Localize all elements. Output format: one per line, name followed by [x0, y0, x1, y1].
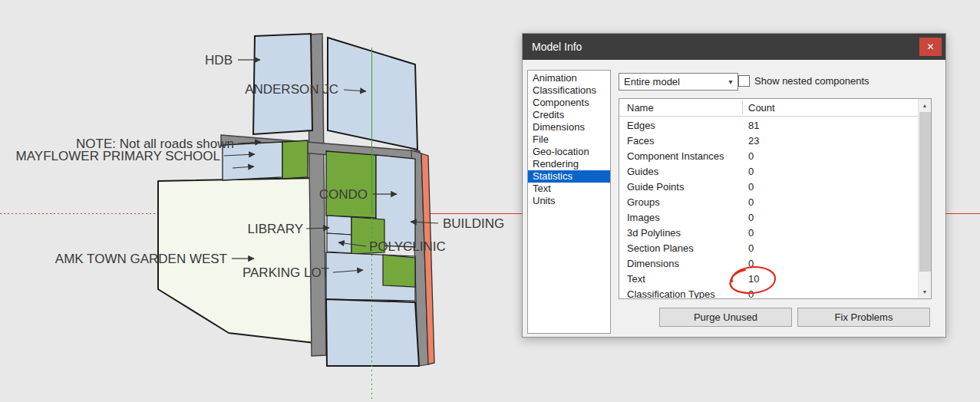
stat-name: Groups — [627, 196, 660, 208]
table-header: Name Count — [619, 99, 919, 117]
stat-name: Guide Points — [627, 181, 684, 193]
parking-green-face[interactable] — [383, 255, 415, 287]
label-amk-garden[interactable]: AMK TOWN GARDEN WEST — [55, 252, 227, 266]
stat-count: 0 — [748, 258, 754, 269]
sidebar-item-rendering[interactable]: Rendering — [528, 158, 610, 170]
anderson-jc-face[interactable] — [328, 38, 417, 150]
show-nested-checkbox[interactable] — [738, 75, 750, 87]
label-mayflower[interactable]: MAYFLOWER PRIMARY SCHOOL — [16, 149, 220, 163]
show-nested-checkbox-field[interactable]: Show nested components — [738, 75, 869, 87]
label-condo[interactable]: CONDO — [319, 187, 368, 202]
stat-count-circled: 10 — [748, 273, 759, 285]
stats-row: 3d Polylines0 — [619, 225, 918, 240]
close-icon: ✕ — [926, 41, 934, 52]
stats-row-text: Text10 — [619, 271, 918, 286]
sidebar-item-units[interactable]: Units — [528, 195, 610, 207]
stat-name: Dimensions — [627, 258, 679, 269]
column-divider — [742, 100, 743, 114]
model-info-dialog: Model Info ✕ Animation Classifications C… — [522, 33, 946, 338]
statistics-table: Name Count Edges81 Faces23 Component Ins… — [619, 98, 932, 299]
sidebar-item-file[interactable]: File — [528, 133, 610, 146]
stat-name: Text — [627, 273, 645, 285]
stats-row: Guide Points0 — [619, 179, 918, 194]
stat-count: 81 — [748, 120, 759, 131]
stat-count: 0 — [748, 150, 754, 162]
stats-row: Component Instances0 — [619, 148, 918, 163]
scroll-up-button[interactable]: ▲ — [919, 99, 931, 112]
stat-name: Classification Types — [627, 288, 715, 299]
entity-scope-select[interactable]: Entire model ▾ — [619, 73, 738, 91]
sidebar-item-text[interactable]: Text — [528, 183, 610, 195]
scroll-up-icon: ▲ — [922, 103, 928, 108]
label-parking-lot[interactable]: PARKING LOT — [243, 265, 329, 280]
stat-count: 0 — [748, 166, 754, 177]
stat-name: Section Planes — [627, 242, 694, 254]
label-library[interactable]: LIBRARY — [248, 222, 303, 236]
scrollbar-thumb[interactable] — [919, 112, 931, 272]
column-header-name: Name — [627, 102, 654, 114]
stats-row: Groups0 — [619, 194, 918, 209]
dialog-button-row: Purge Unused Fix Problems — [523, 308, 930, 327]
settings-category-list: Animation Classifications Components Cre… — [527, 70, 611, 334]
stats-row: Section Planes0 — [619, 240, 918, 255]
stats-row: Edges81 — [619, 117, 918, 133]
close-button[interactable]: ✕ — [919, 38, 942, 56]
stats-row: Guides0 — [619, 163, 918, 179]
stats-row: Faces23 — [619, 133, 918, 148]
stat-name: Guides — [627, 166, 658, 177]
polyclinic-block-face[interactable] — [327, 233, 351, 253]
stat-name: Edges — [627, 120, 655, 131]
label-hdb[interactable]: HDB — [205, 53, 233, 68]
label-building[interactable]: BUILDING — [443, 216, 504, 231]
sidebar-item-statistics[interactable]: Statistics — [528, 170, 610, 183]
stat-count: 0 — [748, 212, 754, 223]
purge-unused-button[interactable]: Purge Unused — [659, 308, 792, 327]
column-header-count: Count — [748, 102, 775, 114]
stat-count: 0 — [748, 181, 754, 193]
stats-row: Images0 — [619, 209, 918, 225]
stats-row: Dimensions0 — [619, 255, 918, 271]
sidebar-item-classifications[interactable]: Classifications — [528, 84, 610, 97]
sidebar-item-dimensions[interactable]: Dimensions — [528, 121, 610, 133]
south-block-face[interactable] — [326, 299, 419, 366]
stat-count: 0 — [748, 227, 754, 239]
scroll-down-icon: ▼ — [922, 289, 928, 295]
stat-count: 0 — [748, 242, 754, 254]
stat-count: 0 — [748, 196, 754, 208]
stat-name: 3d Polylines — [627, 227, 681, 239]
label-polyclinic[interactable]: POLYCLINIC — [369, 239, 446, 254]
dialog-body: Animation Classifications Components Cre… — [523, 60, 945, 337]
stats-row: Classification Types0 — [619, 286, 918, 299]
green-center-face[interactable] — [326, 151, 376, 218]
sidebar-item-geo-location[interactable]: Geo-location — [528, 146, 610, 158]
scroll-down-button[interactable]: ▼ — [919, 285, 931, 298]
label-anderson-jc[interactable]: ANDERSON JC — [245, 82, 338, 97]
sketchup-viewport: HDB ANDERSON JC NOTE: Not all roads show… — [0, 0, 980, 402]
stat-name: Component Instances — [627, 150, 724, 162]
sidebar-item-credits[interactable]: Credits — [528, 109, 610, 121]
table-rows: Edges81 Faces23 Component Instances0 Gui… — [619, 117, 918, 299]
green-patch-west-face[interactable] — [282, 140, 308, 179]
library-face[interactable] — [327, 216, 351, 235]
stat-count: 23 — [748, 135, 759, 147]
dialog-titlebar[interactable]: Model Info ✕ — [523, 34, 945, 60]
stat-count: 0 — [748, 288, 754, 299]
table-scrollbar[interactable]: ▲ ▼ — [918, 99, 931, 298]
dialog-title: Model Info — [532, 41, 582, 53]
fix-problems-button[interactable]: Fix Problems — [797, 308, 930, 327]
checkbox-label: Show nested components — [754, 75, 869, 87]
scope-select-value: Entire model — [624, 76, 680, 87]
stat-name: Images — [627, 212, 660, 223]
sidebar-item-animation[interactable]: Animation — [528, 72, 610, 84]
stat-name: Faces — [627, 135, 654, 147]
chevron-down-icon: ▾ — [724, 77, 737, 86]
sidebar-item-components[interactable]: Components — [528, 97, 610, 109]
